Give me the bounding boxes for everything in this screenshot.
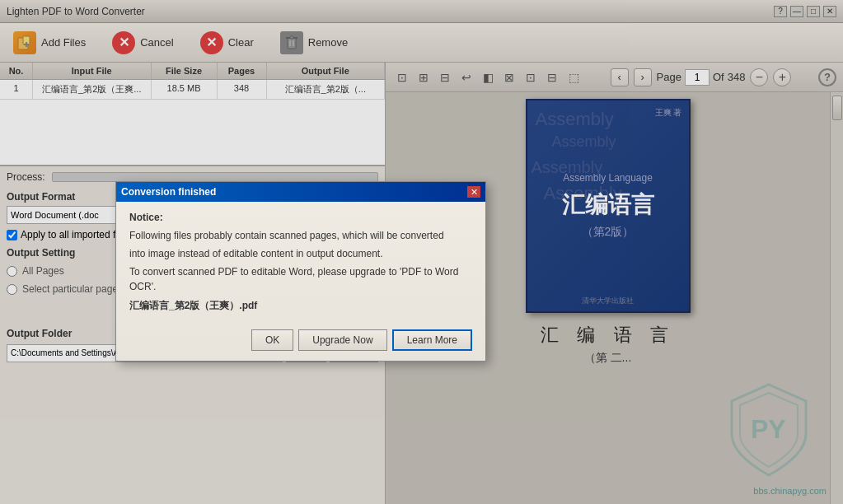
ok-button[interactable]: OK (251, 329, 293, 351)
conversion-dialog: Conversion finished ✕ Notice: Following … (115, 181, 486, 362)
dialog-title-bar: Conversion finished ✕ (116, 182, 485, 202)
dialog-title: Conversion finished (121, 186, 216, 198)
dialog-body: Notice: Following files probably contain… (116, 202, 485, 323)
dialog-notice-label: Notice: (129, 212, 472, 223)
dialog-line2: into image instead of editable content i… (129, 246, 472, 261)
learn-more-button[interactable]: Learn More (392, 329, 472, 351)
dialog-line1: Following files probably contain scanned… (129, 228, 472, 243)
dialog-filename: 汇编语言_第2版（王爽）.pdf (129, 299, 472, 313)
upgrade-now-button[interactable]: Upgrade Now (298, 329, 386, 351)
dialog-line3: To convert scanned PDF to editable Word,… (129, 264, 472, 294)
dialog-buttons: OK Upgrade Now Learn More (116, 323, 485, 361)
dialog-overlay: Conversion finished ✕ Notice: Following … (0, 0, 843, 504)
dialog-close-button[interactable]: ✕ (467, 186, 480, 198)
